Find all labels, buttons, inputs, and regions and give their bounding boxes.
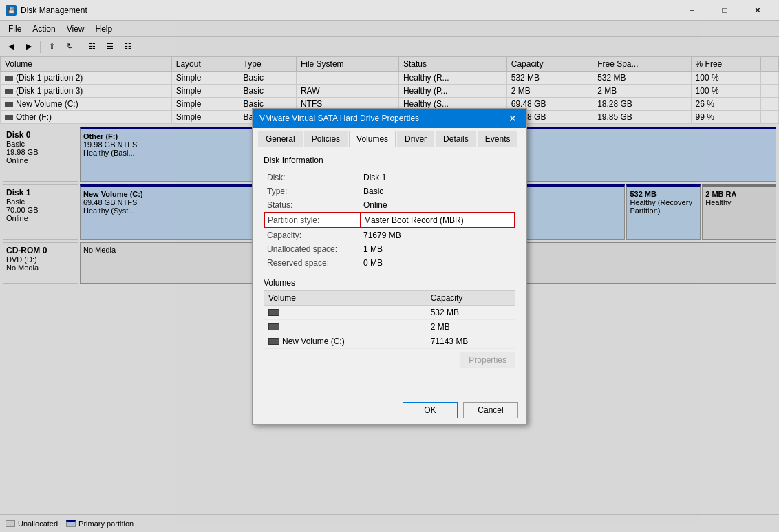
properties-btn-container: Properties xyxy=(264,349,515,374)
volumes-section: Volumes Volume Capacity 532 MB xyxy=(264,278,515,349)
info-reserved-label: Reserved space: xyxy=(264,256,361,270)
info-unallocated-value: 1 MB xyxy=(361,242,515,256)
volumes-table: Volume Capacity 532 MB 2 MB xyxy=(264,290,515,349)
tab-general[interactable]: General xyxy=(258,131,303,147)
vol-capacity-0: 532 MB xyxy=(427,305,515,319)
info-partition-style-row: Partition style: Master Boot Record (MBR… xyxy=(264,213,515,228)
info-reserved-value: 0 MB xyxy=(361,256,515,270)
info-type-label: Type: xyxy=(264,184,361,198)
info-type-value: Basic xyxy=(361,184,515,198)
modal-body: Disk Information Disk: Disk 1 Type: Basi… xyxy=(253,147,526,396)
disk-info-section-title: Disk Information xyxy=(264,156,515,165)
info-status-row: Status: Online xyxy=(264,198,515,213)
info-status-value: Online xyxy=(361,198,515,213)
info-capacity-value: 71679 MB xyxy=(361,228,515,242)
info-partition-style-value: Master Boot Record (MBR) xyxy=(361,213,515,228)
vol-row-2[interactable]: New Volume (C:) 71143 MB xyxy=(264,334,515,348)
modal-tabs: General Policies Volumes Driver Details … xyxy=(253,128,526,147)
tab-volumes[interactable]: Volumes xyxy=(349,131,396,147)
cancel-button[interactable]: Cancel xyxy=(463,402,518,418)
info-reserved-row: Reserved space: 0 MB xyxy=(264,256,515,270)
vol-row-0[interactable]: 532 MB xyxy=(264,305,515,319)
modal-footer: OK Cancel xyxy=(253,396,526,424)
info-unallocated-row: Unallocated space: 1 MB xyxy=(264,242,515,256)
tab-events[interactable]: Events xyxy=(478,131,518,147)
info-capacity-row: Capacity: 71679 MB xyxy=(264,228,515,242)
vol-capacity-1: 2 MB xyxy=(427,319,515,334)
info-partition-style-label: Partition style: xyxy=(264,213,361,228)
info-disk-label: Disk: xyxy=(264,171,361,184)
info-disk-row: Disk: Disk 1 xyxy=(264,171,515,184)
vol-icon-2 xyxy=(268,338,279,345)
info-unallocated-label: Unallocated space: xyxy=(264,242,361,256)
vol-capacity-2: 71143 MB xyxy=(427,334,515,348)
modal-title-bar: VMware Virtual SATA Hard Drive Propertie… xyxy=(253,109,526,128)
vol-icon-1 xyxy=(268,323,279,330)
tab-policies[interactable]: Policies xyxy=(304,131,348,147)
tab-details[interactable]: Details xyxy=(436,131,476,147)
tab-driver[interactable]: Driver xyxy=(397,131,434,147)
disk-info-table: Disk: Disk 1 Type: Basic Status: Online … xyxy=(264,171,515,270)
modal-dialog: VMware Virtual SATA Hard Drive Propertie… xyxy=(252,108,527,425)
modal-title: VMware Virtual SATA Hard Drive Propertie… xyxy=(259,114,419,123)
info-type-row: Type: Basic xyxy=(264,184,515,198)
vol-col-volume: Volume xyxy=(264,290,427,305)
info-capacity-label: Capacity: xyxy=(264,228,361,242)
info-status-label: Status: xyxy=(264,198,361,213)
modal-overlay: VMware Virtual SATA Hard Drive Propertie… xyxy=(0,0,779,532)
vol-row-1[interactable]: 2 MB xyxy=(264,319,515,334)
vol-col-capacity: Capacity xyxy=(427,290,515,305)
volumes-section-title: Volumes xyxy=(264,278,515,288)
ok-button[interactable]: OK xyxy=(403,402,458,418)
modal-close-button[interactable]: ✕ xyxy=(506,111,520,125)
properties-button[interactable]: Properties xyxy=(460,352,515,368)
vol-icon-0 xyxy=(268,309,279,316)
info-disk-value: Disk 1 xyxy=(361,171,515,184)
